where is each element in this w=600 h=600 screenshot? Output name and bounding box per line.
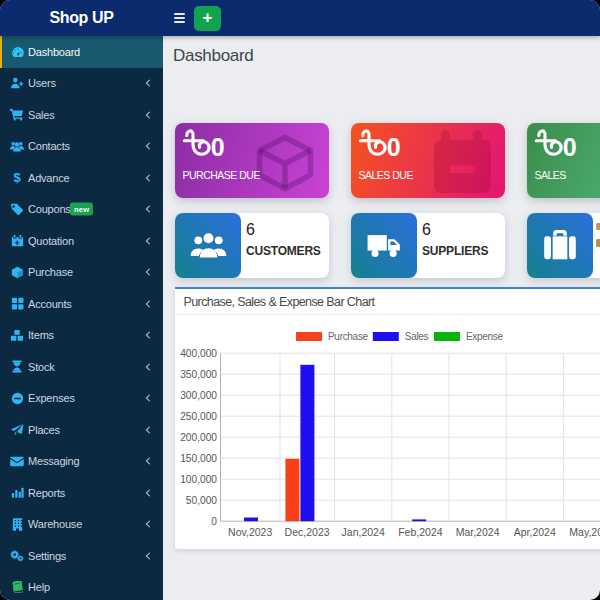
svg-text:400,000: 400,000 — [180, 348, 217, 359]
svg-text:50,000: 50,000 — [186, 495, 217, 506]
svg-text:250,000: 250,000 — [180, 411, 217, 422]
svg-text:350,000: 350,000 — [180, 369, 217, 380]
svg-text:Feb,2024: Feb,2024 — [398, 526, 443, 538]
svg-text:May,2024: May,2024 — [569, 526, 600, 538]
svg-text:Purchase: Purchase — [328, 331, 369, 342]
svg-text:Expense: Expense — [466, 331, 504, 342]
svg-text:200,000: 200,000 — [180, 432, 217, 443]
svg-text:Nov,2023: Nov,2023 — [228, 526, 272, 538]
svg-text:0: 0 — [386, 133, 400, 159]
svg-text:300,000: 300,000 — [180, 390, 217, 401]
svg-text:100,000: 100,000 — [180, 474, 217, 485]
svg-text:Sales: Sales — [405, 331, 429, 342]
svg-text:$: $ — [13, 171, 21, 184]
svg-text:150,000: 150,000 — [180, 453, 217, 464]
svg-text:0: 0 — [562, 133, 576, 159]
svg-text:0: 0 — [210, 133, 224, 159]
svg-text:0: 0 — [211, 516, 217, 527]
svg-text:Dec,2023: Dec,2023 — [285, 526, 330, 538]
svg-text:Jan,2024: Jan,2024 — [342, 526, 385, 538]
svg-text:Apr,2024: Apr,2024 — [514, 526, 556, 538]
svg-text:Mar,2024: Mar,2024 — [456, 526, 500, 538]
